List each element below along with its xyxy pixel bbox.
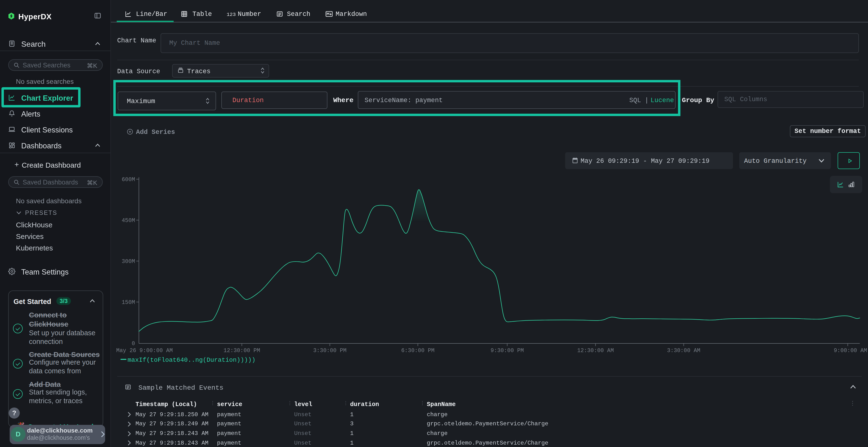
svg-text:450M: 450M	[122, 217, 135, 224]
svg-text:12:30:00 AM: 12:30:00 AM	[577, 347, 614, 354]
svg-text:9:00:00 AM: 9:00:00 AM	[834, 347, 867, 354]
svg-text:3:30:00 AM: 3:30:00 AM	[667, 347, 701, 354]
svg-text:300M: 300M	[122, 259, 135, 265]
svg-text:600M: 600M	[122, 176, 135, 183]
svg-text:150M: 150M	[122, 299, 135, 306]
svg-text:May 26 9:00:00 AM: May 26 9:00:00 AM	[116, 347, 173, 354]
svg-text:0: 0	[132, 341, 135, 347]
svg-text:12:30:00 PM: 12:30:00 PM	[223, 347, 260, 354]
svg-text:6:30:00 PM: 6:30:00 PM	[401, 347, 434, 354]
svg-text:3:30:00 PM: 3:30:00 PM	[313, 347, 346, 354]
svg-text:9:30:00 PM: 9:30:00 PM	[491, 347, 524, 354]
